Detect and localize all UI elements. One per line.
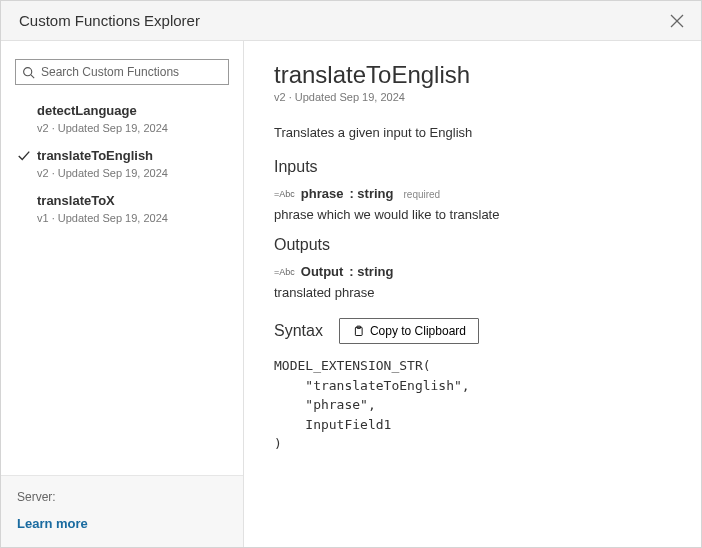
close-button[interactable] bbox=[667, 11, 687, 31]
outputs-heading: Outputs bbox=[274, 236, 675, 254]
function-name: detectLanguage bbox=[37, 103, 225, 120]
dialog-title: Custom Functions Explorer bbox=[19, 12, 200, 29]
string-type-icon: =Abc bbox=[274, 189, 295, 199]
function-meta: v2 · Updated Sep 19, 2024 bbox=[37, 122, 225, 134]
function-item-translatetox[interactable]: translateToX v1 · Updated Sep 19, 2024 bbox=[15, 187, 229, 232]
function-item-translatetoenglish[interactable]: translateToEnglish v2 · Updated Sep 19, … bbox=[15, 142, 229, 187]
input-param-desc: phrase which we would like to translate bbox=[274, 207, 675, 222]
function-meta: v1 · Updated Sep 19, 2024 bbox=[37, 212, 225, 224]
sidebar-content: detectLanguage v2 · Updated Sep 19, 2024… bbox=[1, 41, 243, 475]
output-param-row: =Abc Output : string bbox=[274, 264, 675, 279]
syntax-code: MODEL_EXTENSION_STR( "translateToEnglish… bbox=[274, 356, 675, 454]
syntax-heading: Syntax bbox=[274, 322, 323, 340]
learn-more-link[interactable]: Learn more bbox=[17, 516, 227, 531]
inputs-heading: Inputs bbox=[274, 158, 675, 176]
detail-title: translateToEnglish bbox=[274, 61, 675, 89]
clipboard-icon bbox=[352, 325, 364, 337]
syntax-row: Syntax Copy to Clipboard bbox=[274, 318, 675, 344]
sidebar: detectLanguage v2 · Updated Sep 19, 2024… bbox=[1, 41, 244, 547]
output-param-desc: translated phrase bbox=[274, 285, 675, 300]
function-item-detectlanguage[interactable]: detectLanguage v2 · Updated Sep 19, 2024 bbox=[15, 97, 229, 142]
search-icon bbox=[22, 66, 35, 79]
input-param-type: : string bbox=[349, 186, 393, 201]
input-param-name: phrase bbox=[301, 186, 344, 201]
copy-to-clipboard-button[interactable]: Copy to Clipboard bbox=[339, 318, 479, 344]
dialog-body: detectLanguage v2 · Updated Sep 19, 2024… bbox=[1, 41, 701, 547]
detail-panel: translateToEnglish v2 · Updated Sep 19, … bbox=[244, 41, 701, 547]
server-label: Server: bbox=[17, 490, 227, 504]
string-type-icon: =Abc bbox=[274, 267, 295, 277]
output-param-type: : string bbox=[349, 264, 393, 279]
search-field[interactable] bbox=[15, 59, 229, 85]
copy-button-label: Copy to Clipboard bbox=[370, 324, 466, 338]
svg-line-3 bbox=[31, 74, 34, 77]
function-name: translateToEnglish bbox=[37, 148, 225, 165]
input-param-required: required bbox=[403, 189, 440, 200]
dialog-header: Custom Functions Explorer bbox=[1, 1, 701, 41]
detail-description: Translates a given input to English bbox=[274, 125, 675, 140]
sidebar-footer: Server: Learn more bbox=[1, 475, 243, 547]
function-meta: v2 · Updated Sep 19, 2024 bbox=[37, 167, 225, 179]
svg-point-2 bbox=[24, 67, 32, 75]
detail-meta: v2 · Updated Sep 19, 2024 bbox=[274, 91, 675, 103]
checkmark-icon bbox=[17, 149, 31, 163]
close-icon bbox=[670, 14, 684, 28]
input-param-row: =Abc phrase : string required bbox=[274, 186, 675, 201]
search-input[interactable] bbox=[35, 65, 222, 79]
output-param-name: Output bbox=[301, 264, 344, 279]
function-name: translateToX bbox=[37, 193, 225, 210]
